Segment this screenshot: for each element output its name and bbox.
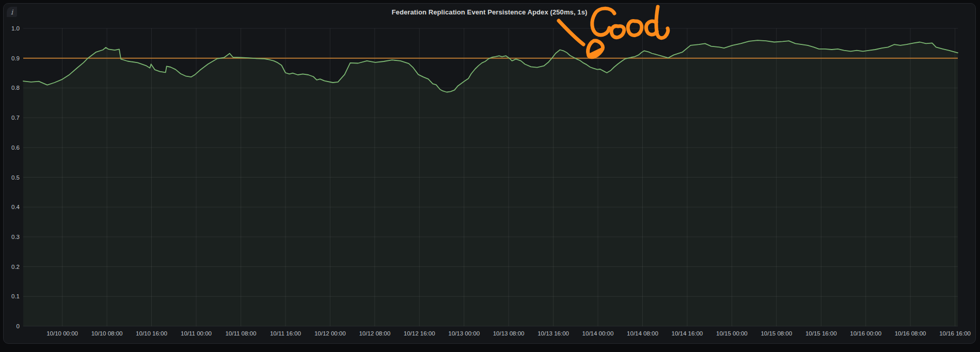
x-axis-label: 10/10 00:00 xyxy=(46,330,78,337)
x-axis-label: 10/11 16:00 xyxy=(270,330,301,337)
panel-title[interactable]: Federation Replication Event Persistence… xyxy=(4,8,975,16)
x-axis-label: 10/11 08:00 xyxy=(225,330,256,337)
time-series-chart: 1.00.90.80.70.60.50.40.30.20.1010/10 00:… xyxy=(0,0,980,352)
x-axis-label: 10/14 00:00 xyxy=(582,330,614,337)
x-axis-label: 10/10 16:00 xyxy=(136,330,167,337)
x-axis-label: 10/14 16:00 xyxy=(672,330,703,337)
y-axis-label: 0.1 xyxy=(11,293,20,299)
y-axis-label: 0.4 xyxy=(11,204,20,210)
x-axis-label: 10/12 08:00 xyxy=(359,330,390,337)
y-axis: 1.00.90.80.70.60.50.40.30.20.10 xyxy=(11,25,20,329)
x-axis-label: 10/15 16:00 xyxy=(805,330,837,337)
x-axis: 10/10 00:0010/10 08:0010/10 16:0010/11 0… xyxy=(46,330,971,337)
x-axis-label: 10/12 16:00 xyxy=(404,330,435,337)
x-axis-label: 10/11 00:00 xyxy=(181,330,212,337)
y-axis-label: 0.2 xyxy=(11,264,20,270)
y-axis-label: 1.0 xyxy=(11,25,20,31)
y-axis-label: 0.6 xyxy=(11,145,20,151)
x-axis-label: 10/13 16:00 xyxy=(538,330,569,337)
x-axis-label: 10/10 08:00 xyxy=(91,330,123,337)
x-axis-label: 10/16 08:00 xyxy=(895,330,926,337)
y-axis-label: 0.5 xyxy=(11,174,20,181)
chart-plot-area[interactable] xyxy=(23,28,958,326)
y-axis-label: 0 xyxy=(17,323,20,329)
y-axis-label: 0.3 xyxy=(11,234,20,240)
x-axis-label: 10/14 08:00 xyxy=(627,330,658,337)
x-axis-label: 10/16 16:00 xyxy=(939,330,971,337)
x-axis-label: 10/15 08:00 xyxy=(761,330,792,337)
y-axis-label: 0.7 xyxy=(11,115,20,121)
x-axis-label: 10/12 00:00 xyxy=(314,330,346,337)
x-axis-label: 10/16 00:00 xyxy=(850,330,881,337)
y-axis-label: 0.8 xyxy=(11,85,20,91)
x-axis-label: 10/13 08:00 xyxy=(493,330,525,337)
x-axis-label: 10/13 00:00 xyxy=(448,330,480,337)
y-axis-label: 0.9 xyxy=(11,55,20,61)
x-axis-label: 10/15 00:00 xyxy=(716,330,748,337)
